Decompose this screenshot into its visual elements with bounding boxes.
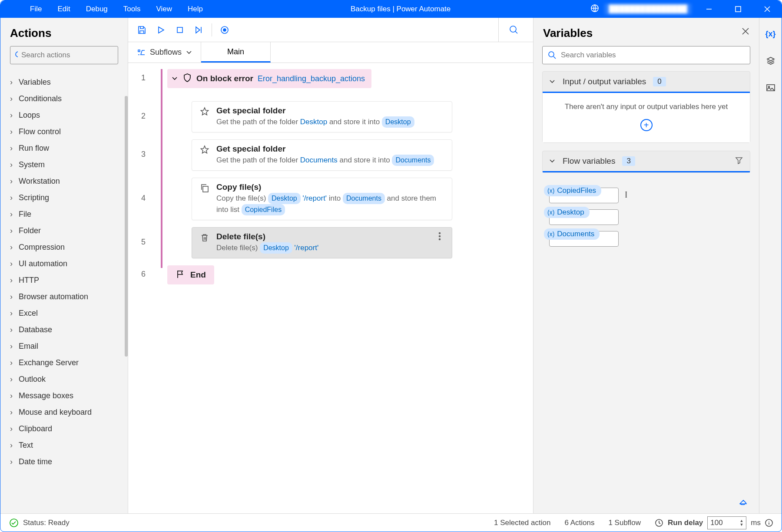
actions-heading: Actions: [0, 18, 128, 46]
actions-category[interactable]: ›Browser automation: [0, 288, 128, 305]
menu-help[interactable]: Help: [180, 0, 211, 18]
chevron-down-icon[interactable]: [549, 158, 556, 165]
actions-search-input[interactable]: [21, 51, 113, 59]
variables-search[interactable]: [542, 46, 750, 64]
save-button[interactable]: [133, 21, 151, 39]
actions-category[interactable]: ›Exchange Server: [0, 354, 128, 371]
line-number: 1: [128, 73, 146, 83]
run-button[interactable]: [152, 21, 170, 39]
actions-category[interactable]: ›Flow control: [0, 123, 128, 140]
actions-category[interactable]: ›Compression: [0, 239, 128, 255]
actions-search[interactable]: [10, 46, 118, 64]
actions-category[interactable]: ›Scripting: [0, 189, 128, 206]
menu-tools[interactable]: Tools: [116, 0, 149, 18]
menu-edit[interactable]: Edit: [50, 0, 78, 18]
io-variables-section: Input / output variables 0 There aren't …: [542, 71, 750, 143]
environment-pill[interactable]: ███████████████: [604, 3, 692, 15]
actions-category[interactable]: ›Variables: [0, 74, 128, 90]
flow-canvas: 1On block errorEror_handling_backup_acti…: [128, 63, 533, 513]
add-io-variable-button[interactable]: +: [640, 119, 653, 131]
rail-variables-button[interactable]: {x}: [763, 26, 778, 41]
editor-toolbar: [128, 18, 533, 42]
rail-layers-button[interactable]: [763, 53, 778, 68]
tab-main[interactable]: Main: [201, 42, 271, 63]
menu-debug[interactable]: Debug: [78, 0, 116, 18]
svg-point-5: [223, 29, 226, 31]
actions-category[interactable]: ›Workstation: [0, 173, 128, 189]
line-number: 6: [128, 270, 146, 279]
flag-icon: [176, 269, 185, 281]
actions-category[interactable]: ›UI automation: [0, 255, 128, 272]
chevron-down-icon[interactable]: [171, 75, 178, 82]
svg-point-6: [510, 26, 516, 32]
io-variables-empty: There aren't any input or output variabl…: [551, 102, 741, 111]
actions-panel: Actions ›Variables›Conditionals›Loops›Fl…: [0, 18, 128, 513]
menu-view[interactable]: View: [149, 0, 180, 18]
svg-point-11: [549, 52, 554, 57]
run-delay-label: Run delay: [668, 519, 703, 527]
flow-variable[interactable]: (x)Desktop: [549, 209, 623, 225]
run-delay-input[interactable]: 100 ▲▼: [707, 516, 746, 529]
actions-category[interactable]: ›Conditionals: [0, 90, 128, 107]
star-icon: [199, 144, 210, 155]
step-button[interactable]: [190, 21, 208, 39]
subflows-dropdown[interactable]: Subflows: [128, 42, 201, 63]
flow-variable[interactable]: (x)CopiedFiles[]: [549, 188, 623, 203]
eraser-button[interactable]: [738, 496, 749, 508]
actions-category[interactable]: ›Mouse and keyboard: [0, 404, 128, 420]
right-rail: {x}: [759, 18, 782, 513]
status-actions: 6 Actions: [564, 519, 594, 527]
flow-variable[interactable]: (x)Documents: [549, 231, 623, 247]
variables-search-input[interactable]: [561, 51, 745, 59]
step-card[interactable]: Copy file(s)Copy the file(s) Desktop '/r…: [192, 178, 452, 220]
flow-variables-section: Flow variables 3: [542, 151, 750, 173]
step-card[interactable]: Delete file(s)Delete file(s) Desktop '/r…: [192, 227, 452, 258]
window-title: Backup files | Power Automate: [211, 5, 590, 13]
flow-variables-title: Flow variables: [563, 156, 615, 166]
status-selected: 1 Selected action: [494, 519, 550, 527]
actions-category[interactable]: ›File: [0, 206, 128, 222]
actions-tree: ›Variables›Conditionals›Loops›Flow contr…: [0, 70, 128, 513]
scrollbar[interactable]: [125, 96, 128, 357]
stop-button[interactable]: [171, 21, 189, 39]
actions-category[interactable]: ›Outlook: [0, 371, 128, 387]
line-number: 4: [128, 194, 146, 203]
actions-category[interactable]: ›Text: [0, 437, 128, 453]
search-icon: [15, 51, 18, 59]
line-number: 3: [128, 150, 146, 159]
step-on-block-error[interactable]: On block errorEror_handling_backup_actio…: [167, 69, 371, 88]
stepper-icon[interactable]: ▲▼: [739, 519, 743, 527]
run-delay-value: 100: [710, 519, 722, 527]
actions-category[interactable]: ›Folder: [0, 222, 128, 239]
copy-icon: [199, 182, 210, 193]
rail-image-button[interactable]: [763, 80, 778, 95]
close-variables-button[interactable]: [742, 27, 749, 37]
editor-search-button[interactable]: [498, 18, 529, 42]
step-end[interactable]: End: [167, 265, 214, 284]
actions-category[interactable]: ›Email: [0, 338, 128, 354]
actions-category[interactable]: ›Database: [0, 321, 128, 338]
actions-category[interactable]: ›Clipboard: [0, 420, 128, 437]
actions-category[interactable]: ›Loops: [0, 107, 128, 123]
record-button[interactable]: [215, 21, 234, 39]
actions-category[interactable]: ›Run flow: [0, 140, 128, 156]
ms-label: ms: [751, 519, 761, 527]
variables-heading: Variables: [533, 18, 759, 46]
filter-icon[interactable]: [735, 156, 743, 164]
actions-category[interactable]: ›System: [0, 156, 128, 173]
more-icon[interactable]: [434, 232, 445, 241]
chevron-down-icon[interactable]: [549, 78, 556, 85]
actions-category[interactable]: ›Excel: [0, 305, 128, 321]
actions-category[interactable]: ›Message boxes: [0, 387, 128, 404]
actions-category[interactable]: ›HTTP: [0, 272, 128, 288]
close-button[interactable]: [755, 0, 779, 18]
globe-icon[interactable]: [590, 4, 599, 15]
info-icon[interactable]: [765, 519, 773, 527]
minimize-button[interactable]: [697, 0, 721, 18]
step-card[interactable]: Get special folderGet the path of the fo…: [192, 101, 452, 132]
error-handler-link[interactable]: Eror_handling_backup_actions: [258, 74, 365, 83]
actions-category[interactable]: ›Date time: [0, 453, 128, 470]
menu-file[interactable]: File: [22, 0, 50, 18]
maximize-button[interactable]: [726, 0, 750, 18]
step-card[interactable]: Get special folderGet the path of the fo…: [192, 139, 452, 171]
